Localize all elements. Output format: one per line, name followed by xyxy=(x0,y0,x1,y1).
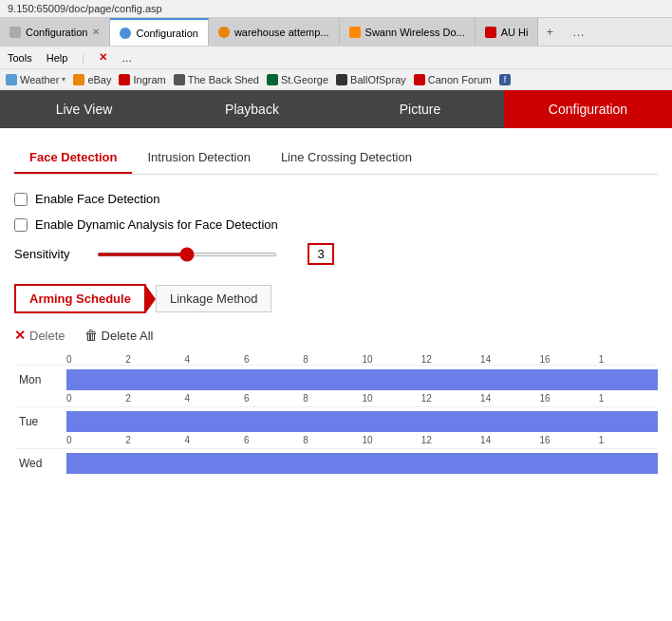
bookmark-ebay[interactable]: eBay xyxy=(73,74,111,85)
tick-sep-2: 2 xyxy=(125,393,184,406)
toolbar-close-icon[interactable]: ✕ xyxy=(99,51,107,64)
schedule-bar-container-mon[interactable] xyxy=(66,369,658,390)
tick-sep-0: 0 xyxy=(66,393,125,406)
bookmark-weather-label: Weather xyxy=(20,74,59,85)
tab-config-1[interactable]: Configuration ✕ xyxy=(0,18,110,46)
ebay-icon xyxy=(73,74,84,85)
tick-sep-16: 16 xyxy=(539,393,598,406)
schedule-row-mon: Mon xyxy=(14,365,658,393)
tick-separator-2: 0 2 4 6 8 10 12 14 16 1 xyxy=(66,435,658,448)
toolbar-help[interactable]: Help xyxy=(47,52,68,64)
canon-icon xyxy=(414,74,425,85)
arming-tab-arrow xyxy=(146,286,156,312)
tab-favicon-4 xyxy=(349,27,361,38)
nav-live-view[interactable]: Live View xyxy=(0,90,168,128)
browser-tabs: Configuration ✕ Configuration warehouse … xyxy=(0,18,672,47)
bookmark-backshed[interactable]: The Back Shed xyxy=(174,74,259,85)
sensitivity-slider[interactable] xyxy=(97,253,277,256)
tab-favicon-5 xyxy=(485,27,496,38)
toolbar-more-icon[interactable]: … xyxy=(121,52,132,64)
schedule-bar-container-tue[interactable] xyxy=(66,411,658,432)
tab-config-2[interactable]: Configuration xyxy=(110,18,208,46)
bookmark-stgeorge[interactable]: St.George xyxy=(267,74,328,85)
nav-picture[interactable]: Picture xyxy=(336,90,504,128)
enable-face-detection-label: Enable Face Detection xyxy=(35,192,160,206)
tick-sep-4: 4 xyxy=(185,393,244,406)
enable-face-detection-checkbox[interactable] xyxy=(14,193,28,206)
nav-playback[interactable]: Playback xyxy=(168,90,336,128)
sub-tab-intrusion[interactable]: Intrusion Detection xyxy=(132,142,265,174)
schedule-bar-container-wed[interactable] xyxy=(66,453,658,474)
schedule-bar-mon xyxy=(66,369,658,390)
nav-configuration[interactable]: Configuration xyxy=(504,90,672,128)
toolbar-tools[interactable]: Tools xyxy=(8,52,32,64)
tab-favicon-1 xyxy=(9,27,21,38)
nav-playback-label: Playback xyxy=(225,102,279,117)
schedule-grid: 0 2 4 6 8 10 12 14 16 1 Mon 0 2 4 6 8 10… xyxy=(14,354,658,477)
enable-dynamic-analysis-checkbox[interactable] xyxy=(14,218,28,232)
day-label-mon: Mon xyxy=(14,373,66,386)
tick-4: 4 xyxy=(185,354,244,365)
sensitivity-value: 3 xyxy=(308,243,334,265)
enable-face-detection-row: Enable Face Detection xyxy=(14,192,658,206)
weather-icon xyxy=(6,74,17,85)
arming-tab-schedule[interactable]: Arming Schedule xyxy=(14,284,146,313)
weather-dropdown-arrow: ▾ xyxy=(62,75,65,84)
bookmark-weather[interactable]: Weather ▾ xyxy=(6,74,65,85)
main-content: Face Detection Intrusion Detection Line … xyxy=(0,128,672,491)
tab-label-4: Swann Wireless Do... xyxy=(365,27,465,38)
arming-tabs: Arming Schedule Linkage Method xyxy=(14,284,658,313)
ingram-icon xyxy=(119,74,130,85)
url-text: 9.150:65009/doc/page/config.asp xyxy=(8,3,162,14)
bookmark-ingram[interactable]: Ingram xyxy=(119,74,165,85)
tick-16: 16 xyxy=(539,354,598,365)
schedule-row-tue: Tue xyxy=(14,406,658,435)
tab-warehouse[interactable]: warehouse attemp... xyxy=(209,18,340,46)
tab-label-3: warehouse attemp... xyxy=(234,27,329,38)
tick-8: 8 xyxy=(303,354,362,365)
tab-label-2: Configuration xyxy=(136,28,197,39)
delete-button[interactable]: ✕ Delete xyxy=(14,328,65,343)
nav-live-view-label: Live View xyxy=(56,102,113,117)
tick-18: 1 xyxy=(599,354,658,365)
arming-tab-schedule-label: Arming Schedule xyxy=(29,292,131,306)
tick-10: 10 xyxy=(362,354,420,365)
delete-all-label: Delete All xyxy=(102,329,154,343)
tab-favicon-2 xyxy=(120,28,131,39)
tick-sep-12: 12 xyxy=(421,393,480,406)
fb-icon: f xyxy=(499,74,511,85)
bookmark-ballofspr-label: BallOfSpray xyxy=(350,74,406,85)
sub-tab-face-detection[interactable]: Face Detection xyxy=(14,142,132,174)
tab-more-button[interactable]: … xyxy=(565,25,592,39)
schedule-bar-wed xyxy=(66,453,658,474)
bookmark-ingram-label: Ingram xyxy=(133,74,165,85)
sub-tab-line-crossing[interactable]: Line Crossing Detection xyxy=(266,142,427,174)
tab-au[interactable]: AU Hi xyxy=(476,18,539,46)
sub-tabs: Face Detection Intrusion Detection Line … xyxy=(14,142,658,175)
sub-tab-line-crossing-label: Line Crossing Detection xyxy=(281,150,412,164)
tab-close-1[interactable]: ✕ xyxy=(92,27,100,37)
schedule-row-wed: Wed xyxy=(14,448,658,477)
day-label-tue: Tue xyxy=(14,415,66,428)
tick-12: 12 xyxy=(421,354,480,365)
new-tab-button[interactable]: + xyxy=(538,25,561,39)
tab-swann[interactable]: Swann Wireless Do... xyxy=(340,18,476,46)
schedule-header: 0 2 4 6 8 10 12 14 16 1 xyxy=(66,354,658,365)
bookmark-fb[interactable]: f xyxy=(499,74,511,85)
tick-sep-6: 6 xyxy=(244,393,303,406)
tab-favicon-3 xyxy=(218,27,230,38)
delete-all-button[interactable]: 🗑 Delete All xyxy=(84,328,154,343)
bookmark-stgeorge-label: St.George xyxy=(281,74,328,85)
backshed-icon xyxy=(174,74,185,85)
bookmark-ballofspr[interactable]: BallOfSpray xyxy=(336,74,406,85)
bookmark-ebay-label: eBay xyxy=(87,74,111,85)
bookmarks-bar: Weather ▾ eBay Ingram The Back Shed St.G… xyxy=(0,69,672,90)
nav-configuration-label: Configuration xyxy=(549,102,627,117)
browser-toolbar: Tools Help | ✕ … xyxy=(0,47,672,69)
schedule-bar-tue xyxy=(66,411,658,432)
tick-6: 6 xyxy=(244,354,303,365)
bookmark-canon[interactable]: Canon Forum xyxy=(414,74,492,85)
arming-tab-linkage[interactable]: Linkage Method xyxy=(156,285,272,312)
delete-x-icon: ✕ xyxy=(14,328,26,343)
tab-label-1: Configuration xyxy=(26,27,87,38)
